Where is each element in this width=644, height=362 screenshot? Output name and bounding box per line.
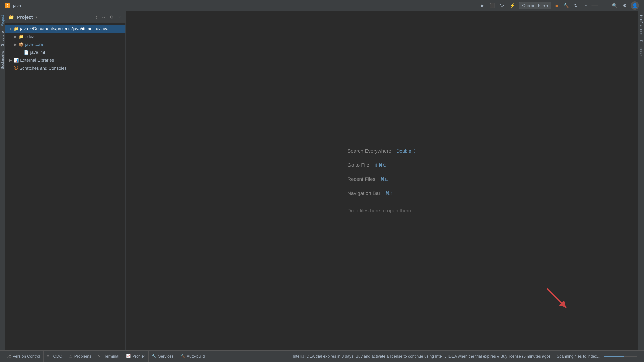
status-version-control-label: Version Control (12, 354, 40, 359)
expand-all-button[interactable]: ↔ (101, 14, 106, 20)
status-version-control[interactable]: ⎇ Version Control (3, 351, 44, 362)
idea-folder-icon: 📁 (19, 34, 24, 39)
hint-go-to-file: Go to File ⇧⌘O (347, 162, 386, 168)
stop-button[interactable]: ■ (554, 2, 559, 9)
hint-recent-label: Recent Files (347, 176, 375, 182)
status-terminal-label: Terminal (104, 354, 119, 359)
hint-goto-shortcut: ⇧⌘O (374, 162, 386, 168)
close-project-panel-button[interactable]: ✕ (117, 14, 122, 20)
hint-nav-shortcut: ⌘↑ (386, 191, 392, 196)
status-todo[interactable]: ≡ TODO (44, 351, 66, 362)
project-tree: ▾ 📁 java ~/Documents/projects/java/ittim… (5, 23, 126, 350)
window-title: java (13, 3, 21, 8)
scanning-progress-bar-container (604, 356, 637, 357)
hint-search-label: Search Everywhere (347, 148, 391, 154)
sidebar-tab-structure[interactable]: Structure (0, 29, 5, 48)
status-todo-label: TODO (51, 354, 62, 359)
project-dropdown-arrow[interactable]: ▾ (36, 15, 38, 19)
right-tab-notifications[interactable]: Notifications (638, 13, 644, 37)
iml-file-icon: 📄 (24, 50, 29, 55)
tree-item-label-scratches: Scratches and Consoles (20, 66, 67, 71)
minimize-button[interactable]: — (601, 2, 608, 9)
status-problems-label: Problems (74, 354, 91, 359)
chevron-right-icon: ▶ (14, 34, 18, 39)
editor-hints: Search Everywhere Double ⇧ Go to File ⇧⌘… (347, 148, 416, 214)
settings-button[interactable]: ⚙ (621, 2, 628, 9)
current-file-dropdown[interactable]: Current File ▾ (519, 2, 551, 9)
status-terminal[interactable]: >_ Terminal (95, 351, 123, 362)
editor-area: Search Everywhere Double ⇧ Go to File ⇧⌘… (126, 11, 638, 350)
version-control-icon: ⎇ (7, 354, 11, 359)
collapse-all-button[interactable]: ↕ (94, 14, 98, 20)
arrow-indicator (544, 285, 571, 313)
build-button[interactable]: 🔨 (562, 2, 570, 9)
tree-item-external-libs[interactable]: ▶ 📊 External Libraries (5, 56, 126, 64)
titlebar-controls: ▶ ⬛ 🛡 ⚡ Current File ▾ ■ 🔨 ↻ ⋯ — 🔍 ⚙ 👤 (479, 1, 639, 10)
tree-item-label-external-libs: External Libraries (20, 58, 54, 63)
hint-search-shortcut: Double ⇧ (396, 148, 416, 154)
debug-button[interactable]: ⬛ (488, 2, 496, 9)
services-icon: 🔧 (152, 354, 156, 359)
root-folder-icon: 📁 (14, 26, 19, 31)
current-file-label: Current File (522, 3, 545, 8)
project-panel: 📁 Project ▾ ↕ ↔ ⚙ ✕ ▾ 📁 java ~/Documents… (5, 11, 126, 350)
hint-navigation-bar: Navigation Bar ⌘↑ (347, 190, 392, 196)
project-folder-icon: 📁 (8, 14, 14, 20)
search-everywhere-button[interactable]: 🔍 (611, 2, 619, 9)
tree-item-java-iml[interactable]: ▶ 📄 java.iml (5, 48, 126, 56)
chevron-down-icon: ▾ (8, 27, 12, 31)
dropdown-arrow-icon: ▾ (546, 3, 548, 8)
drop-hint-text: Drop files here to open them (347, 208, 411, 214)
tree-item-idea[interactable]: ▶ 📁 .idea (5, 33, 126, 40)
hint-nav-label: Navigation Bar (347, 190, 380, 196)
hint-search-everywhere: Search Everywhere Double ⇧ (347, 148, 416, 154)
titlebar: J java ▶ ⬛ 🛡 ⚡ Current File ▾ ■ 🔨 ↻ ⋯ — … (0, 0, 644, 11)
scratches-icon: S (14, 65, 18, 71)
tree-item-label-idea: .idea (25, 34, 34, 39)
project-panel-header: 📁 Project ▾ ↕ ↔ ⚙ ✕ (5, 11, 126, 23)
scanning-text: Scanning files to index... (557, 354, 600, 359)
status-profiler-label: Profiler (132, 354, 145, 359)
status-profiler[interactable]: 📈 Profiler (123, 351, 148, 362)
module-icon: 📦 (19, 42, 24, 47)
chevron-right-icon-2: ▶ (14, 42, 18, 47)
status-services-label: Services (158, 354, 174, 359)
tree-item-root[interactable]: ▾ 📁 java ~/Documents/projects/java/ittim… (5, 25, 126, 33)
status-auto-build[interactable]: 🔨 Auto-build (177, 351, 208, 362)
tree-item-label-root: java ~/Documents/projects/java/ittimelin… (20, 26, 108, 31)
right-tab-database[interactable]: Database (638, 38, 644, 58)
hint-recent-shortcut: ⌘E (380, 176, 388, 182)
terminal-icon: >_ (98, 354, 102, 359)
tree-item-scratches[interactable]: ▶ S Scratches and Consoles (5, 64, 126, 72)
spacer-icon: ▶ (18, 50, 22, 55)
more-actions-button[interactable]: ⋯ (582, 2, 589, 9)
avatar[interactable]: 👤 (630, 1, 639, 10)
svg-text:S: S (15, 66, 16, 69)
problems-icon: ⚠ (69, 354, 72, 359)
main-layout: Project Structure Bookmarks 📁 Project ▾ … (0, 11, 644, 350)
external-libs-icon: 📊 (14, 58, 19, 63)
chevron-right-icon-3: ▶ (8, 58, 12, 62)
tree-item-label-java-iml: java.iml (30, 50, 45, 55)
profiler-icon: 📈 (126, 354, 131, 359)
reload-button[interactable]: ↻ (573, 2, 579, 9)
hint-goto-label: Go to File (347, 162, 369, 168)
profile-button[interactable]: ⚡ (508, 2, 516, 9)
auto-build-icon: 🔨 (180, 354, 185, 359)
run-button[interactable]: ▶ (479, 2, 485, 9)
coverage-button[interactable]: 🛡 (499, 2, 506, 9)
status-scanning: Scanning files to index... (554, 351, 641, 362)
status-services[interactable]: 🔧 Services (148, 351, 177, 362)
status-problems[interactable]: ⚠ Problems (66, 351, 95, 362)
status-auto-build-label: Auto-build (187, 354, 205, 359)
sidebar-tab-bookmarks[interactable]: Bookmarks (0, 49, 5, 71)
app-icon: J (5, 3, 10, 8)
project-options-button[interactable]: ⚙ (109, 14, 114, 20)
scanning-progress-bar (604, 356, 624, 357)
chevron-right-icon-4: ▶ (8, 66, 12, 70)
status-message-text: IntelliJ IDEA trial expires in 3 days: B… (290, 354, 554, 359)
sidebar-tab-project[interactable]: Project (0, 13, 5, 28)
hint-recent-files: Recent Files ⌘E (347, 176, 388, 182)
tree-item-java-core[interactable]: ▶ 📦 java-core (5, 40, 126, 48)
project-title-label: Project (17, 14, 33, 20)
